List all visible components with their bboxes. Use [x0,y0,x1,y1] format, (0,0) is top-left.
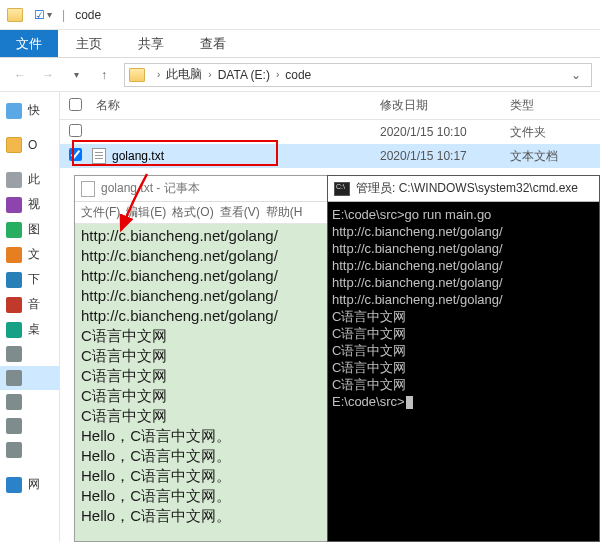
window-titlebar: ☑ ▾ | code [0,0,600,30]
download-icon [6,272,22,288]
col-name[interactable]: 名称 [90,97,380,114]
notepad-line: C语言中文网 [81,406,327,426]
cmd-window[interactable]: 管理员: C:\WINDOWS\system32\cmd.exe E:\code… [327,175,600,542]
notepad-line: http://c.biancheng.net/golang/ [81,226,327,246]
chevron-right-icon[interactable]: › [151,69,166,80]
row-checkbox[interactable] [69,124,82,137]
cmd-line: http://c.biancheng.net/golang/ [332,240,595,257]
notepad-line: http://c.biancheng.net/golang/ [81,306,327,326]
cmd-line: E:\code\src>go run main.go [332,206,595,223]
text-file-icon [90,148,108,164]
sidebar-item-disk-selected[interactable] [0,366,59,390]
nav-up-button[interactable]: ↑ [92,63,116,87]
nav-recent-dropdown[interactable]: ▾ [64,63,88,87]
row-checkbox[interactable] [69,148,82,161]
sidebar-item-videos[interactable]: 视 [0,192,59,217]
sidebar-item-docs[interactable]: 文 [0,242,59,267]
sidebar-item-pc[interactable]: 此 [0,167,59,192]
notepad-line: http://c.biancheng.net/golang/ [81,246,327,266]
cmd-icon [334,182,350,196]
document-icon [6,247,22,263]
sidebar-item-disk[interactable] [0,390,59,414]
sidebar-item-network[interactable]: 网 [0,472,59,497]
col-checkbox[interactable] [60,98,90,114]
crumb-folder[interactable]: code [285,68,311,82]
ribbon-tab-share[interactable]: 共享 [120,30,182,57]
notepad-line: Hello，C语言中文网。 [81,446,327,466]
select-all-checkbox[interactable] [69,98,82,111]
ribbon-tabs: 文件 主页 共享 查看 [0,30,600,58]
qa-check-icon[interactable]: ☑ [34,8,45,22]
notepad-icon [81,181,95,197]
notepad-line: C语言中文网 [81,386,327,406]
sidebar-item-desktop[interactable]: 桌 [0,317,59,342]
nav-back-button[interactable]: ← [8,63,32,87]
disk-icon [6,370,22,386]
sidebar-item-disk[interactable] [0,342,59,366]
menu-view[interactable]: 查看(V) [218,204,262,221]
sidebar-label: O [28,138,37,152]
notepad-line: Hello，C语言中文网。 [81,506,327,526]
music-icon [6,297,22,313]
cmd-titlebar[interactable]: 管理员: C:\WINDOWS\system32\cmd.exe [328,176,599,202]
notepad-menubar: 文件(F) 编辑(E) 格式(O) 查看(V) 帮助(H [75,202,333,224]
navigation-sidebar: 快 O 此 视 图 文 下 音 桌 网 [0,92,60,542]
file-date: 2020/1/15 10:10 [380,125,510,139]
file-row[interactable]: 2020/1/15 10:10 文件夹 [60,120,600,144]
notepad-line: Hello，C语言中文网。 [81,466,327,486]
file-row-selected[interactable]: golang.txt 2020/1/15 10:17 文本文档 [60,144,600,168]
folder-icon [0,8,30,22]
cmd-line: C语言中文网 [332,325,595,342]
sidebar-label: 图 [28,221,40,238]
disk-icon [6,346,22,362]
sidebar-item-disk[interactable] [0,438,59,462]
crumb-pc[interactable]: 此电脑 [166,66,202,83]
sidebar-item-pictures[interactable]: 图 [0,217,59,242]
col-date[interactable]: 修改日期 [380,97,510,114]
window-title: code [71,8,101,22]
notepad-window[interactable]: golang.txt - 记事本 文件(F) 编辑(E) 格式(O) 查看(V)… [74,175,334,542]
cmd-line: http://c.biancheng.net/golang/ [332,274,595,291]
crumb-drive[interactable]: DATA (E:) [218,68,270,82]
qa-dropdown-icon[interactable]: ▾ [47,9,52,20]
menu-format[interactable]: 格式(O) [170,204,215,221]
sidebar-label: 桌 [28,321,40,338]
notepad-line: C语言中文网 [81,366,327,386]
sidebar-item-music[interactable]: 音 [0,292,59,317]
file-type: 文件夹 [510,124,600,141]
notepad-titlebar[interactable]: golang.txt - 记事本 [75,176,333,202]
sidebar-item-quick[interactable]: 快 [0,98,59,123]
file-name: golang.txt [108,149,380,163]
quick-access-toolbar: ☑ ▾ [30,8,56,22]
title-separator: | [56,8,71,22]
nav-forward-button[interactable]: → [36,63,60,87]
ribbon-file-tab[interactable]: 文件 [0,30,58,57]
star-icon [6,103,22,119]
sidebar-item-disk[interactable] [0,414,59,438]
address-bar: ← → ▾ ↑ ›此电脑 ›DATA (E:) ›code ⌄ [0,58,600,92]
sidebar-label: 下 [28,271,40,288]
chevron-right-icon[interactable]: › [270,69,285,80]
notepad-line: C语言中文网 [81,326,327,346]
col-type[interactable]: 类型 [510,97,600,114]
pc-icon [6,172,22,188]
disk-icon [6,418,22,434]
sidebar-item-onedrive[interactable]: O [0,133,59,157]
address-dropdown-icon[interactable]: ⌄ [565,68,587,82]
menu-file[interactable]: 文件(F) [79,204,122,221]
breadcrumb-folder-icon [129,68,145,82]
breadcrumb-bar[interactable]: ›此电脑 ›DATA (E:) ›code ⌄ [124,63,592,87]
notepad-line: http://c.biancheng.net/golang/ [81,286,327,306]
cmd-output[interactable]: E:\code\src>go run main.gohttp://c.bianc… [328,202,599,414]
network-icon [6,477,22,493]
chevron-right-icon[interactable]: › [202,69,217,80]
menu-edit[interactable]: 编辑(E) [124,204,168,221]
picture-icon [6,222,22,238]
notepad-line: Hello，C语言中文网。 [81,486,327,506]
ribbon-tab-view[interactable]: 查看 [182,30,244,57]
sidebar-item-downloads[interactable]: 下 [0,267,59,292]
ribbon-tab-home[interactable]: 主页 [58,30,120,57]
notepad-line: http://c.biancheng.net/golang/ [81,266,327,286]
menu-help[interactable]: 帮助(H [264,204,305,221]
notepad-content[interactable]: http://c.biancheng.net/golang/http://c.b… [75,224,333,541]
